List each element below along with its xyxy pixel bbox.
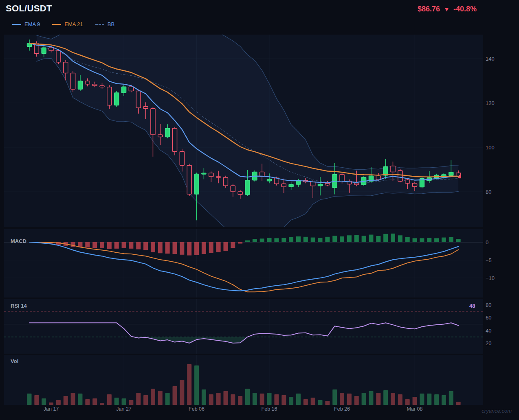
rsi-pane-label: RSI 14 <box>11 303 27 309</box>
legend-label: EMA 9 <box>24 21 40 27</box>
svg-text:−5: −5 <box>486 257 492 263</box>
price-chart[interactable]: 14012010080 <box>0 35 519 227</box>
ema9-swatch-icon <box>12 24 21 25</box>
watermark: cryance.com <box>482 408 512 414</box>
volume-pane-label: Vol <box>11 358 18 364</box>
rsi-panel[interactable]: 80604020 <box>0 299 519 354</box>
svg-text:100: 100 <box>486 144 495 151</box>
legend-item-ema9[interactable]: EMA 9 <box>12 21 40 27</box>
page-title: SOL/USDT <box>6 3 52 14</box>
date-tick-label: Feb 06 <box>180 406 213 412</box>
svg-text:80: 80 <box>486 189 491 195</box>
legend-label: BB <box>108 21 114 27</box>
date-tick-label: Mar 08 <box>398 406 431 412</box>
last-price: $86.76 <box>418 5 440 13</box>
legend-item-bb[interactable]: BB <box>95 21 114 27</box>
legend-item-ema21[interactable]: EMA 21 <box>52 21 83 27</box>
svg-text:−10: −10 <box>486 275 495 281</box>
volume-panel[interactable] <box>0 355 519 405</box>
svg-text:140: 140 <box>486 56 495 62</box>
down-arrow-icon: ▼ <box>444 6 450 13</box>
date-tick-label: Feb 16 <box>253 406 286 412</box>
svg-text:80: 80 <box>486 302 491 308</box>
ema21-swatch-icon <box>52 24 61 25</box>
date-tick-label: Feb 26 <box>326 406 358 412</box>
macd-pane-label: MACD <box>11 238 26 244</box>
legend-label: EMA 21 <box>64 21 83 27</box>
bb-swatch-icon <box>95 24 104 25</box>
svg-text:60: 60 <box>486 315 491 321</box>
svg-text:0: 0 <box>486 239 488 245</box>
price-change: -40.8% <box>453 5 477 13</box>
rsi-current-value: 48 <box>469 303 475 309</box>
indicator-legend: EMA 9 EMA 21 BB <box>12 21 114 27</box>
svg-text:40: 40 <box>486 328 491 334</box>
date-tick-label: Jan 27 <box>108 406 140 412</box>
macd-panel[interactable]: 0−5−10 <box>0 229 519 298</box>
price-ticker: $86.76 ▼ -40.8% <box>418 5 477 13</box>
date-axis: Jan 17Jan 27Feb 06Feb 16Feb 26Mar 08 <box>0 405 519 416</box>
svg-text:20: 20 <box>486 340 491 346</box>
svg-text:120: 120 <box>486 100 495 106</box>
date-tick-label: Jan 17 <box>35 406 68 412</box>
